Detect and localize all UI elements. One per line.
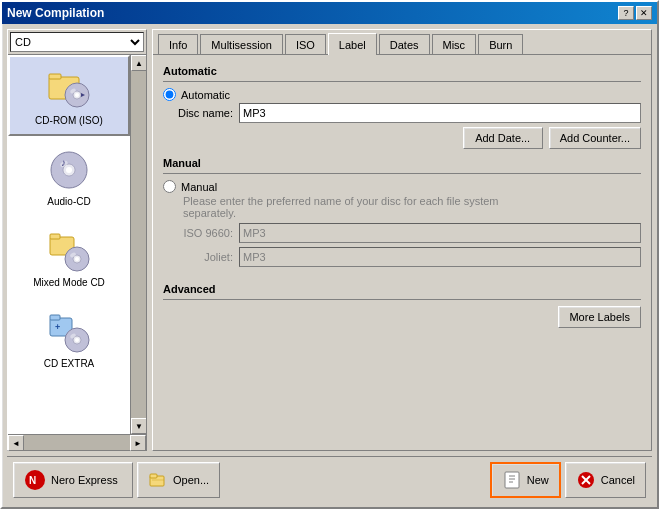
cancel-icon (576, 470, 596, 490)
disc-name-input[interactable] (239, 103, 641, 123)
sidebar-item-audio-cd-label: Audio-CD (47, 196, 90, 207)
hscroll-left-btn[interactable]: ◄ (8, 435, 24, 451)
sidebar-item-cdrom-iso[interactable]: CD-ROM (ISO) (8, 55, 130, 136)
iso-9660-row: ISO 9660: (163, 223, 641, 243)
sidebar-item-mixed-mode[interactable]: Mixed Mode CD (8, 217, 130, 298)
add-buttons-row: Add Date... Add Counter... (163, 127, 641, 149)
sidebar-item-cd-extra[interactable]: + CD EXTRA (8, 298, 130, 379)
cdrom-iso-icon (45, 65, 93, 113)
svg-rect-29 (505, 472, 519, 488)
close-button[interactable]: ✕ (636, 6, 652, 20)
label-tab-content: Automatic Automatic Disc name: Add Date.… (153, 55, 651, 450)
manual-section: Manual Manual Please enter the preferred… (163, 157, 641, 271)
vscroll-up-btn[interactable]: ▲ (131, 55, 146, 71)
svg-rect-19 (50, 315, 60, 320)
manual-radio-row: Manual (163, 180, 641, 193)
svg-point-16 (75, 257, 79, 261)
more-labels-button[interactable]: More Labels (558, 306, 641, 328)
vscroll-down-btn[interactable]: ▼ (131, 418, 146, 434)
sidebar-vscroll: ▲ ▼ (130, 55, 146, 434)
nero-express-button[interactable]: N Nero Express (13, 462, 133, 498)
top-section: CD (7, 29, 652, 451)
add-counter-button[interactable]: Add Counter... (549, 127, 641, 149)
svg-point-22 (75, 338, 79, 342)
sidebar-inner: CD-ROM (ISO) ♪ (8, 55, 146, 434)
automatic-radio-label: Automatic (181, 89, 230, 101)
nero-express-label: Nero Express (51, 474, 118, 486)
cancel-label: Cancel (601, 474, 635, 486)
joliet-label: Joliet: (163, 251, 233, 263)
manual-radio-label: Manual (181, 181, 217, 193)
manual-section-header: Manual (163, 157, 641, 169)
new-icon (502, 470, 522, 490)
nero-express-icon: N (24, 469, 46, 491)
iso-9660-label: ISO 9660: (163, 227, 233, 239)
joliet-row: Joliet: (163, 247, 641, 267)
tab-bar: Info Multisession ISO Label Dates (153, 30, 651, 55)
advanced-section-header: Advanced (163, 283, 641, 295)
cd-extra-icon: + (45, 308, 93, 356)
advanced-section: Advanced More Labels (163, 283, 641, 328)
more-labels-row: More Labels (163, 306, 641, 328)
add-date-button[interactable]: Add Date... (463, 127, 543, 149)
audio-cd-icon: ♪ (45, 146, 93, 194)
sidebar-list: CD-ROM (ISO) ♪ (8, 55, 130, 434)
joliet-input[interactable] (239, 247, 641, 267)
svg-rect-28 (150, 474, 157, 478)
automatic-radio-row: Automatic (163, 88, 641, 101)
mixed-mode-icon (45, 227, 93, 275)
svg-rect-13 (50, 234, 60, 239)
sidebar-dropdown-area: CD (8, 30, 146, 55)
tab-multisession[interactable]: Multisession (200, 34, 283, 54)
sidebar: CD (7, 29, 147, 451)
sidebar-hscroll: ◄ ► (8, 434, 146, 450)
svg-text:N: N (29, 475, 36, 486)
disc-name-row: Disc name: (163, 103, 641, 123)
help-button[interactable]: ? (618, 6, 634, 20)
main-window: New Compilation ? ✕ CD (0, 0, 659, 509)
window-body: CD (2, 24, 657, 507)
automatic-section-header: Automatic (163, 65, 641, 77)
tab-burn[interactable]: Burn (478, 34, 523, 54)
svg-rect-1 (49, 74, 61, 79)
sidebar-item-cd-extra-label: CD EXTRA (44, 358, 95, 369)
sidebar-item-mixed-mode-label: Mixed Mode CD (33, 277, 105, 288)
iso-9660-input[interactable] (239, 223, 641, 243)
new-label: New (527, 474, 549, 486)
svg-point-9 (66, 167, 72, 173)
open-icon (148, 470, 168, 490)
tab-label[interactable]: Label (328, 33, 377, 55)
window-title: New Compilation (7, 6, 104, 20)
svg-text:♪: ♪ (61, 157, 66, 168)
bottom-bar: N Nero Express Open... New (7, 456, 652, 502)
hscroll-track (24, 435, 130, 450)
sidebar-item-audio-cd[interactable]: ♪ Audio-CD (8, 136, 130, 217)
open-button[interactable]: Open... (137, 462, 220, 498)
disc-name-label: Disc name: (163, 107, 233, 119)
new-button[interactable]: New (490, 462, 561, 498)
tab-iso[interactable]: ISO (285, 34, 326, 54)
tab-dates[interactable]: Dates (379, 34, 430, 54)
open-label: Open... (173, 474, 209, 486)
hscroll-right-btn[interactable]: ► (130, 435, 146, 451)
sidebar-item-cdrom-iso-label: CD-ROM (ISO) (35, 115, 103, 126)
content-area: Info Multisession ISO Label Dates (152, 29, 652, 451)
vscroll-track (131, 71, 146, 418)
svg-point-4 (75, 93, 79, 97)
title-bar: New Compilation ? ✕ (2, 2, 657, 24)
cancel-button[interactable]: Cancel (565, 462, 646, 498)
automatic-section: Automatic Automatic Disc name: Add Date.… (163, 65, 641, 149)
tab-misc[interactable]: Misc (432, 34, 477, 54)
title-bar-buttons: ? ✕ (618, 6, 652, 20)
manual-radio[interactable] (163, 180, 176, 193)
automatic-radio[interactable] (163, 88, 176, 101)
cd-type-dropdown[interactable]: CD (10, 32, 144, 52)
manual-hint-text: Please enter the preferred name of your … (183, 195, 543, 219)
svg-text:+: + (55, 322, 60, 332)
tab-info[interactable]: Info (158, 34, 198, 54)
